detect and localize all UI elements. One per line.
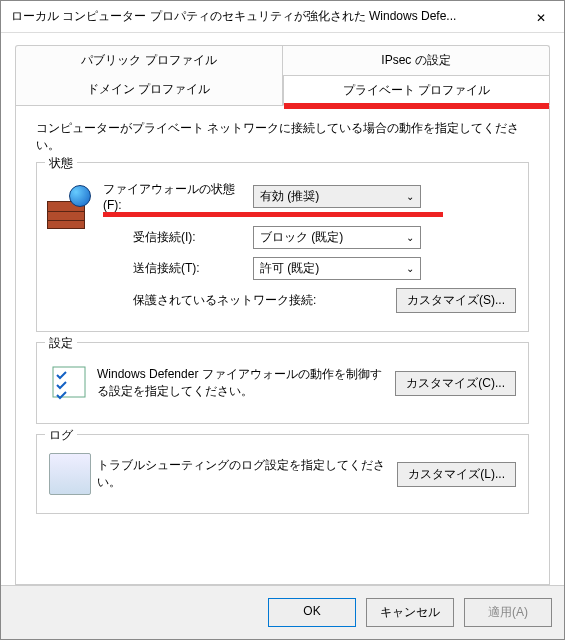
group-log-title: ログ bbox=[45, 427, 77, 444]
titlebar: ローカル コンピューター プロパティのセキュリティが強化された Windows … bbox=[1, 1, 564, 33]
log-description: トラブルシューティングのログ設定を指定してください。 bbox=[97, 457, 387, 491]
firewall-state-label: ファイアウォールの状態(F): bbox=[103, 181, 253, 212]
tabs-row-top: パブリック プロファイル IPsec の設定 bbox=[15, 45, 550, 75]
group-settings-title: 設定 bbox=[45, 335, 77, 352]
outbound-select[interactable]: 許可 (既定) ⌄ bbox=[253, 257, 421, 280]
group-state: 状態 ファイアウォールの状態(F): 有効 (推奨) ⌄ bbox=[36, 162, 529, 332]
apply-button[interactable]: 適用(A) bbox=[464, 598, 552, 627]
checklist-icon bbox=[49, 361, 93, 405]
panel-description: コンピューターがプライベート ネットワークに接続している場合の動作を指定してくだ… bbox=[36, 120, 529, 154]
protected-networks-label: 保護されているネットワーク接続: bbox=[133, 292, 333, 309]
content-area: パブリック プロファイル IPsec の設定 ドメイン プロファイル プライベー… bbox=[1, 33, 564, 585]
settings-description: Windows Defender ファイアウォールの動作を制御する設定を指定して… bbox=[97, 366, 385, 400]
chevron-down-icon: ⌄ bbox=[406, 191, 414, 202]
firewall-state-select[interactable]: 有効 (推奨) ⌄ bbox=[253, 185, 421, 208]
annotation-highlight bbox=[284, 103, 550, 109]
tab-private-profile[interactable]: プライベート プロファイル bbox=[283, 75, 551, 106]
chevron-down-icon: ⌄ bbox=[406, 232, 414, 243]
tab-domain-profile[interactable]: ドメイン プロファイル bbox=[15, 75, 283, 106]
window-title: ローカル コンピューター プロパティのセキュリティが強化された Windows … bbox=[11, 8, 518, 25]
group-settings: 設定 Windows Defender ファイアウォールの動作を制御する設定を指… bbox=[36, 342, 529, 424]
chevron-down-icon: ⌄ bbox=[406, 263, 414, 274]
dialog-footer: OK キャンセル 適用(A) bbox=[1, 585, 564, 639]
close-icon: ✕ bbox=[536, 11, 546, 25]
firewall-icon bbox=[47, 185, 91, 229]
cancel-button[interactable]: キャンセル bbox=[366, 598, 454, 627]
annotation-highlight bbox=[103, 212, 443, 217]
group-state-title: 状態 bbox=[45, 155, 77, 172]
tab-ipsec-settings[interactable]: IPsec の設定 bbox=[283, 45, 550, 75]
svg-rect-0 bbox=[53, 367, 85, 397]
customize-settings-button[interactable]: カスタマイズ(C)... bbox=[395, 371, 516, 396]
dialog-window: ローカル コンピューター プロパティのセキュリティが強化された Windows … bbox=[0, 0, 565, 640]
outbound-label: 送信接続(T): bbox=[133, 260, 253, 277]
close-button[interactable]: ✕ bbox=[518, 1, 564, 33]
tab-public-profile[interactable]: パブリック プロファイル bbox=[15, 45, 283, 75]
inbound-select[interactable]: ブロック (既定) ⌄ bbox=[253, 226, 421, 249]
tabs-row-bottom: ドメイン プロファイル プライベート プロファイル bbox=[15, 75, 550, 106]
inbound-label: 受信接続(I): bbox=[133, 229, 253, 246]
customize-log-button[interactable]: カスタマイズ(L)... bbox=[397, 462, 516, 487]
notebook-icon bbox=[49, 453, 91, 495]
group-log: ログ トラブルシューティングのログ設定を指定してください。 カスタマイズ(L).… bbox=[36, 434, 529, 514]
tab-panel: コンピューターがプライベート ネットワークに接続している場合の動作を指定してくだ… bbox=[15, 106, 550, 585]
customize-networks-button[interactable]: カスタマイズ(S)... bbox=[396, 288, 516, 313]
ok-button[interactable]: OK bbox=[268, 598, 356, 627]
